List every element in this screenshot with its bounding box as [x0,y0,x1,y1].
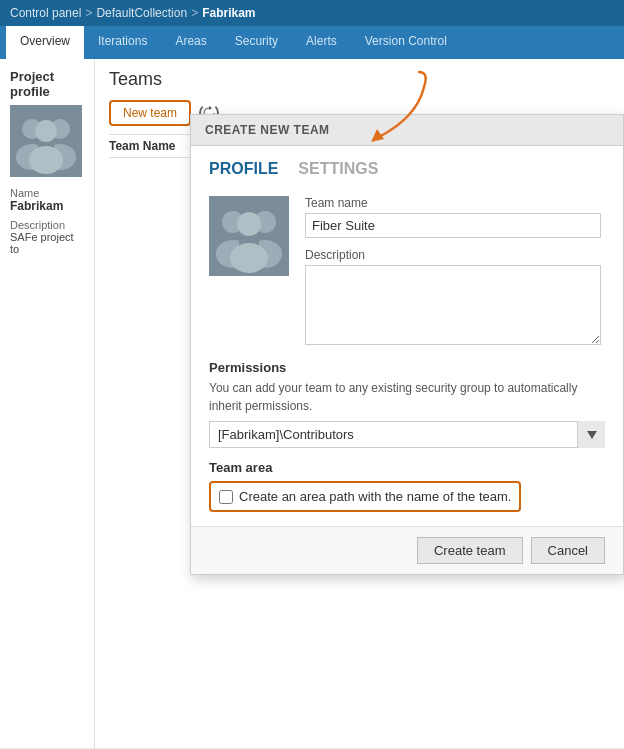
svg-point-7 [29,146,63,174]
modal-tabs: PROFILE SETTINGS [209,160,605,180]
modal-footer: Create team Cancel [191,526,623,574]
project-profile-title: Project profile [10,69,84,99]
cancel-button[interactable]: Cancel [531,537,605,564]
tab-overview[interactable]: Overview [6,26,84,59]
breadcrumb-part3: Fabrikam [202,6,255,20]
main-content: Project profile Name Fabrikam Descriptio… [0,59,624,748]
create-team-button[interactable]: Create team [417,537,523,564]
svg-point-14 [237,212,261,236]
form-section: Team name Description [305,196,601,348]
modal-tab-profile[interactable]: PROFILE [209,160,278,180]
area-path-checkbox-label: Create an area path with the name of the… [239,489,511,504]
tab-iterations[interactable]: Iterations [84,26,161,59]
tab-security[interactable]: Security [221,26,292,59]
create-team-modal: CREATE NEW TEAM PROFILE SETTINGS [190,114,624,575]
checkbox-row: Create an area path with the name of the… [209,481,521,512]
team-area-label: Team area [209,460,605,475]
modal-header: CREATE NEW TEAM [191,115,623,146]
breadcrumb: Control panel > DefaultCollection > Fabr… [0,0,624,26]
description-label: Description [10,219,84,231]
breadcrumb-part2: DefaultCollection [96,6,187,20]
teams-title: Teams [109,69,610,90]
permissions-select[interactable]: [Fabrikam]\Contributors [Fabrikam]\Proje… [209,421,605,448]
description-value: SAFe project to [10,231,84,255]
nav-tabs: Overview Iterations Areas Security Alert… [0,26,624,59]
team-name-input[interactable] [305,213,601,238]
permissions-section: Permissions You can add your team to any… [209,360,605,448]
breadcrumb-part1: Control panel [10,6,81,20]
name-value: Fabrikam [10,199,84,213]
team-area-section: Team area Create an area path with the n… [209,460,605,512]
area-path-checkbox[interactable] [219,490,233,504]
permissions-label: Permissions [209,360,605,375]
tab-areas[interactable]: Areas [161,26,220,59]
permissions-desc: You can add your team to any existing se… [209,379,605,415]
sidebar: Project profile Name Fabrikam Descriptio… [0,59,95,748]
teams-panel: Teams New team Team Name Members Desc CR… [95,59,624,748]
breadcrumb-sep2: > [191,6,198,20]
team-icon-preview [209,196,289,276]
permissions-select-wrapper: [Fabrikam]\Contributors [Fabrikam]\Proje… [209,421,605,448]
svg-point-6 [35,120,57,142]
breadcrumb-sep1: > [85,6,92,20]
avatar-icon [10,105,82,177]
svg-point-15 [230,243,268,273]
description-form-label: Description [305,248,601,262]
tab-version-control[interactable]: Version Control [351,26,461,59]
project-avatar [10,105,82,177]
tab-alerts[interactable]: Alerts [292,26,351,59]
modal-tab-settings[interactable]: SETTINGS [298,160,378,180]
new-team-button[interactable]: New team [109,100,191,126]
name-label: Name [10,187,84,199]
team-name-label: Team name [305,196,601,210]
modal-body: PROFILE SETTINGS [191,146,623,526]
description-textarea[interactable] [305,265,601,345]
